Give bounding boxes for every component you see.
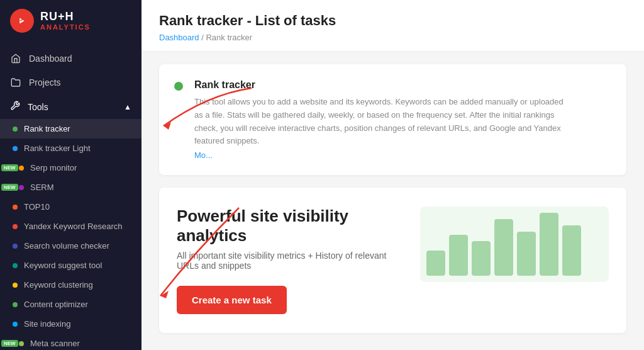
tool-item-rank-tracker-light-label: Rank tracker Light [24, 144, 91, 153]
folder-icon [10, 77, 21, 88]
sidebar-item-dashboard-label: Dashboard [29, 54, 72, 64]
tool-item-content-optimizer[interactable]: Content optimizer [0, 295, 142, 314]
tool-item-meta-scanner[interactable]: NEW Meta scanner [0, 334, 142, 350]
meta-scanner-badge: NEW [1, 340, 18, 347]
sidebar-item-projects-label: Projects [29, 77, 61, 88]
tools-submenu: Rank tracker Rank tracker Light NEW Serp… [0, 119, 142, 350]
tools-icon [10, 101, 20, 113]
page-body: Rank tracker This tool allows you to add… [142, 52, 644, 346]
tool-item-content-optimizer-label: Content optimizer [24, 300, 88, 309]
rank-tracker-light-dot [13, 146, 18, 151]
tool-item-rank-tracker-light[interactable]: Rank tracker Light [0, 138, 142, 158]
tool-card-content: Rank tracker This tool allows you to add… [194, 79, 572, 160]
tool-item-yandex-keyword[interactable]: Yandex Keyword Research [0, 217, 142, 236]
serp-monitor-badge: NEW [1, 164, 18, 171]
create-task-button[interactable]: Create a new task [177, 286, 287, 314]
serm-dot [19, 185, 24, 190]
page-title: Rank tracker - List of tasks [159, 13, 626, 29]
site-indexing-dot [13, 322, 18, 327]
tool-item-top10[interactable]: TOP10 [0, 197, 142, 217]
serm-badge: NEW [1, 184, 18, 191]
tool-item-site-indexing[interactable]: Site indexing [0, 314, 142, 334]
main-content: Rank tracker - List of tasks Dashboard /… [142, 0, 644, 350]
tool-item-top10-label: TOP10 [24, 202, 50, 212]
tool-item-yandex-label: Yandex Keyword Research [24, 222, 123, 231]
features-subtitle: All important site visibility metrics + … [177, 251, 408, 271]
tool-card-title: Rank tracker [194, 79, 572, 91]
tool-item-search-volume-label: Search volume checker [24, 241, 109, 251]
lower-left: Powerful site visibility analytics All i… [177, 206, 408, 314]
logo-rush: RU+H [40, 11, 91, 23]
serp-monitor-dot [19, 166, 24, 171]
logo-text: RU+H ANALYTICS [40, 11, 91, 31]
tool-item-site-indexing-label: Site indexing [24, 319, 70, 329]
chart-bar-1 [426, 251, 445, 276]
lower-section: Powerful site visibility analytics All i… [177, 206, 609, 314]
breadcrumb-home[interactable]: Dashboard [159, 33, 199, 42]
keyword-clustering-dot [13, 283, 18, 288]
features-visual [420, 206, 609, 282]
breadcrumb: Dashboard / Rank tracker [159, 33, 626, 42]
tool-card-desc: This tool allows you to add a website an… [194, 96, 572, 148]
rank-tracker-dot [13, 127, 18, 132]
logo-icon [10, 9, 34, 33]
page-header: Rank tracker - List of tasks Dashboard /… [142, 0, 644, 52]
chart-bar-7 [562, 225, 581, 276]
chart-bar-2 [449, 235, 468, 276]
features-title: Powerful site visibility analytics [177, 206, 408, 246]
tools-section-label: Tools [28, 102, 48, 112]
chart-bar-6 [540, 213, 558, 276]
top10-dot [13, 205, 18, 210]
tool-item-search-volume[interactable]: Search volume checker [0, 236, 142, 256]
sidebar-item-projects[interactable]: Projects [0, 71, 142, 94]
tool-card-more[interactable]: Mo... [194, 150, 572, 160]
tool-item-serp-monitor-label: Serp monitor [30, 163, 77, 172]
tool-status-dot [174, 82, 183, 91]
home-icon [10, 53, 21, 64]
search-volume-dot [13, 244, 18, 249]
tool-item-rank-tracker-label: Rank tracker [24, 124, 70, 133]
tool-item-keyword-clustering-label: Keyword clustering [24, 280, 93, 290]
tools-section-header[interactable]: Tools ▲ [0, 94, 142, 119]
breadcrumb-current: Rank tracker [206, 33, 252, 42]
chart-bar-4 [494, 219, 513, 276]
sidebar: RU+H ANALYTICS Dashboard Projects [0, 0, 142, 350]
tool-item-rank-tracker[interactable]: Rank tracker [0, 119, 142, 138]
tool-item-serm-label: SERM [30, 183, 54, 192]
tool-item-keyword-suggest[interactable]: Keyword suggest tool [0, 256, 142, 275]
tool-item-keyword-suggest-label: Keyword suggest tool [24, 261, 102, 270]
chart-bar-5 [517, 232, 536, 276]
content-optimizer-dot [13, 302, 18, 307]
meta-scanner-dot [19, 341, 24, 346]
yandex-dot [13, 224, 18, 229]
tool-item-meta-scanner-label: Meta scanner [30, 339, 80, 348]
sidebar-item-dashboard[interactable]: Dashboard [0, 47, 142, 71]
tool-item-serm[interactable]: NEW SERM [0, 178, 142, 197]
sidebar-nav: Dashboard Projects Tools ▲ Rank tracker [0, 42, 142, 350]
tool-item-keyword-clustering[interactable]: Keyword clustering [0, 275, 142, 295]
features-section: Powerful site visibility analytics All i… [159, 188, 626, 333]
logo-analytics: ANALYTICS [40, 23, 91, 31]
keyword-suggest-dot [13, 263, 18, 268]
tool-info-card: Rank tracker This tool allows you to add… [159, 64, 626, 175]
logo: RU+H ANALYTICS [0, 0, 142, 42]
tool-item-serp-monitor[interactable]: NEW Serp monitor [0, 158, 142, 178]
chart-bar-3 [472, 241, 491, 276]
chevron-up-icon: ▲ [124, 103, 131, 111]
